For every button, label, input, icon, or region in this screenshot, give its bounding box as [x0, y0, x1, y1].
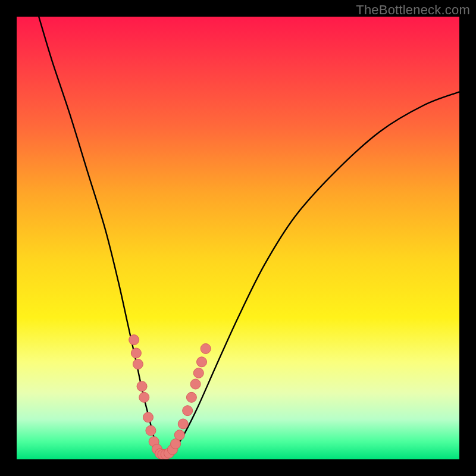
- bottleneck-curve: [39, 17, 459, 455]
- marker: [133, 359, 143, 369]
- marker: [129, 335, 139, 345]
- marker: [190, 379, 201, 389]
- marker: [143, 412, 153, 422]
- chart-frame: TheBottleneck.com: [0, 0, 476, 476]
- curve-svg: [17, 17, 459, 459]
- marker: [196, 357, 206, 367]
- plot-area: [17, 17, 459, 459]
- marker: [139, 392, 149, 402]
- marker: [186, 392, 196, 402]
- watermark-text: TheBottleneck.com: [356, 2, 470, 18]
- marker: [178, 419, 188, 429]
- marker: [201, 344, 211, 354]
- scatter-markers: [129, 335, 211, 459]
- marker: [174, 430, 184, 440]
- marker: [137, 381, 147, 392]
- marker: [193, 368, 203, 378]
- marker: [131, 348, 141, 358]
- marker: [146, 425, 156, 436]
- marker: [183, 406, 193, 416]
